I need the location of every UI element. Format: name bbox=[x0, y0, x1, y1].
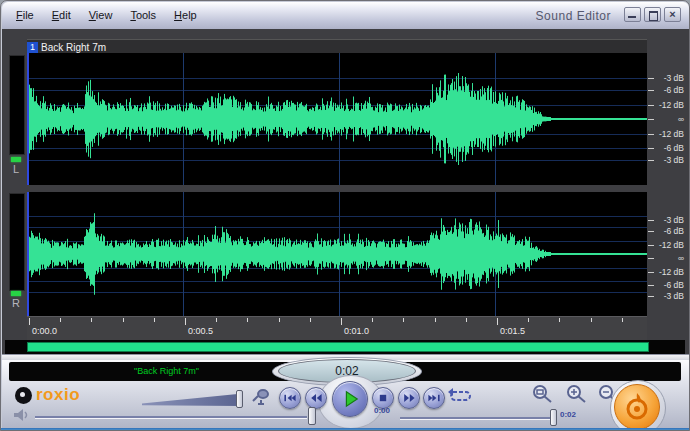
minimize-button[interactable] bbox=[624, 7, 641, 22]
menu-edit[interactable]: Edit bbox=[52, 9, 71, 21]
db-scale: -3 dB-6 dB-12 dB∞-12 dB-6 dB-3 dB-3 dB-6… bbox=[647, 53, 687, 340]
ruler-minor-tick bbox=[466, 318, 467, 322]
waveform-left-channel[interactable] bbox=[27, 53, 647, 185]
ruler-major-tick bbox=[341, 318, 342, 325]
position-time-label: 0:00 bbox=[374, 406, 390, 415]
ruler-minor-tick bbox=[559, 318, 560, 322]
menu-help[interactable]: Help bbox=[174, 9, 197, 21]
skip-start-button[interactable] bbox=[279, 387, 301, 409]
ruler-minor-tick bbox=[60, 318, 61, 322]
rewind-button[interactable] bbox=[305, 387, 327, 409]
left-meter-led bbox=[11, 157, 21, 162]
ruler-time-label: 0:00.0 bbox=[32, 326, 57, 336]
seek-slider-handle[interactable] bbox=[308, 407, 316, 425]
ruler-time-label: 0:01.5 bbox=[500, 326, 525, 336]
progress-groove[interactable] bbox=[400, 417, 554, 420]
ruler-minor-tick bbox=[216, 318, 217, 322]
window-controls: × bbox=[624, 7, 681, 22]
ruler-minor-tick bbox=[154, 318, 155, 322]
ruler-minor-tick bbox=[528, 318, 529, 322]
left-level-meter bbox=[9, 55, 25, 155]
volume-wedge[interactable] bbox=[142, 393, 240, 406]
menu-bar: FileEditViewToolsHelp bbox=[16, 9, 197, 21]
db-tick bbox=[648, 134, 654, 135]
speaker-icon[interactable] bbox=[13, 407, 30, 427]
db-label: -6 dB bbox=[655, 85, 684, 95]
track-label-bar[interactable]: 1 Back Right 7m bbox=[27, 39, 647, 54]
zoom-in-button[interactable] bbox=[564, 384, 588, 408]
duration-time-label: 0:02 bbox=[560, 410, 576, 419]
scrollbar-track bbox=[5, 340, 685, 354]
db-label: -12 dB bbox=[655, 240, 684, 250]
restore-icon bbox=[649, 11, 658, 21]
waveform-right-channel[interactable] bbox=[27, 192, 647, 316]
ruler-minor-tick bbox=[435, 318, 436, 322]
track-number-badge: 1 bbox=[27, 42, 38, 53]
left-channel-label: L bbox=[9, 163, 23, 175]
ruler-time-label: 0:00.5 bbox=[188, 326, 213, 336]
track-name: Back Right 7m bbox=[41, 42, 106, 53]
db-tick bbox=[648, 272, 654, 273]
zoom-scrollbar[interactable] bbox=[27, 342, 649, 352]
progress-slider-handle[interactable] bbox=[550, 409, 557, 426]
db-tick bbox=[648, 285, 654, 286]
ruler-minor-tick bbox=[622, 318, 623, 322]
db-tick bbox=[648, 160, 654, 161]
db-tick bbox=[648, 78, 654, 79]
player-panel: "Back Right 7m" 0:02 roxio bbox=[2, 360, 689, 429]
ruler-minor-tick bbox=[279, 318, 280, 322]
close-button[interactable]: × bbox=[664, 7, 681, 22]
db-tick bbox=[648, 245, 654, 246]
ruler-minor-tick bbox=[403, 318, 404, 322]
db-label: -12 dB bbox=[655, 129, 684, 139]
waveform-panel: 1 Back Right 7m L R -3 dB-6 dB-12 dB∞-12… bbox=[2, 29, 689, 356]
volume-slider-handle[interactable] bbox=[236, 390, 243, 408]
ruler-major-tick bbox=[497, 318, 498, 325]
roxio-brand-text: roxio bbox=[36, 385, 80, 405]
sound-editor-window: FileEditViewToolsHelp Sound Editor × 1 B… bbox=[0, 0, 690, 431]
ruler-minor-tick bbox=[372, 318, 373, 322]
ruler-minor-tick bbox=[123, 318, 124, 322]
db-label: -3 dB bbox=[655, 215, 684, 225]
ruler-minor-tick bbox=[91, 318, 92, 322]
db-tick bbox=[648, 296, 654, 297]
menu-view[interactable]: View bbox=[89, 9, 113, 21]
db-label: -3 dB bbox=[655, 155, 684, 165]
db-label: -6 dB bbox=[655, 280, 684, 290]
skip-end-button[interactable] bbox=[423, 387, 445, 409]
zoom-selection-button[interactable] bbox=[530, 384, 554, 408]
db-label: ∞ bbox=[655, 114, 684, 124]
close-icon: × bbox=[665, 8, 680, 21]
restore-button[interactable] bbox=[644, 7, 661, 22]
menu-tools[interactable]: Tools bbox=[130, 9, 156, 21]
db-label: -12 dB bbox=[655, 267, 684, 277]
play-button[interactable] bbox=[332, 381, 368, 417]
roxio-home-button[interactable] bbox=[614, 384, 660, 430]
roxio-logo-icon bbox=[15, 387, 32, 404]
db-tick bbox=[648, 90, 654, 91]
minimize-icon bbox=[628, 16, 636, 18]
menu-file[interactable]: File bbox=[16, 9, 34, 21]
db-tick bbox=[648, 220, 654, 221]
db-label: ∞ bbox=[655, 253, 684, 263]
right-level-meter bbox=[9, 193, 25, 291]
db-label: -12 dB bbox=[655, 100, 684, 110]
ruler-time-label: 0:01.0 bbox=[344, 326, 369, 336]
loop-button[interactable] bbox=[447, 387, 474, 409]
db-tick bbox=[648, 258, 654, 259]
db-label: -6 dB bbox=[655, 143, 684, 153]
time-ruler[interactable]: 0:00.00:00.50:01.00:01.5 bbox=[27, 316, 647, 341]
db-tick bbox=[648, 119, 654, 120]
db-tick bbox=[648, 231, 654, 232]
db-label: -3 dB bbox=[655, 73, 684, 83]
db-tick bbox=[648, 148, 654, 149]
db-tick bbox=[648, 105, 654, 106]
seek-groove[interactable] bbox=[35, 416, 307, 419]
ruler-major-tick bbox=[185, 318, 186, 325]
right-meter-led bbox=[11, 291, 21, 296]
fast-forward-button[interactable] bbox=[398, 387, 420, 409]
ruler-minor-tick bbox=[591, 318, 592, 322]
record-mic-icon[interactable] bbox=[250, 388, 272, 410]
clip-title-text: "Back Right 7m" bbox=[69, 366, 264, 376]
right-channel-label: R bbox=[9, 297, 23, 309]
